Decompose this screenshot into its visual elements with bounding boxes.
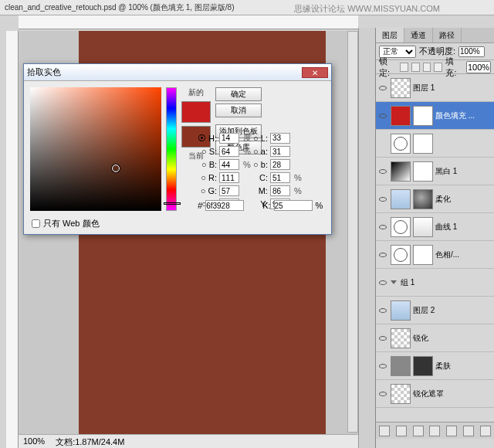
trash-icon[interactable] xyxy=(480,426,491,436)
layer-row[interactable]: 锐化 xyxy=(376,324,494,352)
eye-icon xyxy=(379,280,387,285)
r-input[interactable] xyxy=(219,172,239,183)
cancel-button[interactable]: 取消 xyxy=(215,104,262,117)
a-input[interactable] xyxy=(270,146,290,157)
visibility-toggle[interactable] xyxy=(377,305,388,316)
layer-name[interactable]: 颜色填充 ... xyxy=(435,110,492,121)
l-input[interactable] xyxy=(270,133,290,144)
layer-row[interactable] xyxy=(376,130,494,158)
layer-name[interactable]: 锐化遮罩 xyxy=(413,389,492,399)
visibility-toggle[interactable] xyxy=(377,277,388,288)
eye-icon xyxy=(379,86,387,90)
layer-thumb[interactable] xyxy=(413,134,433,154)
layer-row[interactable]: 柔化 xyxy=(376,185,494,213)
scrollbar-vertical[interactable] xyxy=(347,31,358,433)
layer-row[interactable]: 图层 1 xyxy=(376,74,494,102)
collapsed-panels[interactable] xyxy=(358,28,375,448)
color-cursor[interactable] xyxy=(112,165,120,172)
layer-thumb[interactable] xyxy=(391,106,411,126)
dialog-titlebar[interactable]: 拾取实色 ✕ xyxy=(24,64,331,81)
layer-row[interactable]: 柔肤 xyxy=(376,352,494,380)
layer-thumb[interactable] xyxy=(391,328,411,348)
layer-thumb[interactable] xyxy=(413,161,433,182)
layer-row[interactable]: 曲线 1 xyxy=(376,213,494,241)
lock-transparency-icon[interactable] xyxy=(400,63,408,72)
c-input[interactable] xyxy=(270,172,290,183)
layer-thumb[interactable] xyxy=(391,134,411,154)
visibility-toggle[interactable] xyxy=(377,249,388,260)
b-label: ○ B: xyxy=(198,160,217,169)
layer-name[interactable]: 图层 2 xyxy=(413,305,492,316)
visibility-toggle[interactable] xyxy=(377,83,388,93)
layer-name[interactable]: 色相/... xyxy=(435,249,492,260)
k-input[interactable] xyxy=(274,200,313,211)
visibility-toggle[interactable] xyxy=(377,110,388,121)
layer-name[interactable]: 柔肤 xyxy=(435,361,492,372)
tab-layers[interactable]: 图层 xyxy=(376,28,404,42)
ok-button[interactable]: 确定 xyxy=(215,87,262,101)
tab-channels[interactable]: 通道 xyxy=(404,28,433,42)
visibility-toggle[interactable] xyxy=(377,138,388,149)
layers-list[interactable]: 图层 1颜色填充 ...黑白 1柔化曲线 1色相/...组 1图层 2锐化柔肤锐… xyxy=(376,74,494,422)
visibility-toggle[interactable] xyxy=(377,333,388,344)
fx-icon[interactable] xyxy=(396,426,407,436)
hex-input[interactable] xyxy=(205,200,244,211)
link-icon[interactable] xyxy=(379,426,390,436)
h-input[interactable] xyxy=(219,133,239,144)
visibility-toggle[interactable] xyxy=(377,166,388,177)
zoom-level[interactable]: 100% xyxy=(23,436,45,446)
layer-thumb[interactable] xyxy=(413,245,433,265)
visibility-toggle[interactable] xyxy=(377,222,388,232)
tab-paths[interactable]: 路径 xyxy=(433,28,462,42)
new-layer-icon[interactable] xyxy=(463,426,474,436)
layer-thumb[interactable] xyxy=(391,189,411,209)
layer-row[interactable]: 组 1 xyxy=(376,269,494,297)
lock-row: 锁定: 填充: xyxy=(376,60,494,74)
b-input[interactable] xyxy=(219,159,239,170)
visibility-toggle[interactable] xyxy=(377,194,388,205)
s-input[interactable] xyxy=(219,146,239,157)
layer-row[interactable]: 锐化遮罩 xyxy=(376,380,494,408)
layer-row[interactable]: 图层 2 xyxy=(376,297,494,324)
web-colors-check[interactable] xyxy=(32,219,40,228)
layer-name[interactable]: 图层 1 xyxy=(413,83,492,93)
layer-row[interactable]: 色相/... xyxy=(376,241,494,269)
visibility-toggle[interactable] xyxy=(377,361,388,372)
g-input[interactable] xyxy=(219,185,239,196)
layer-name[interactable]: 锐化 xyxy=(413,333,492,344)
hue-slider[interactable] xyxy=(166,87,177,211)
lock-pixels-icon[interactable] xyxy=(411,63,420,72)
layer-row[interactable]: 颜色填充 ... xyxy=(376,102,494,130)
adjustment-icon[interactable] xyxy=(429,426,440,436)
layer-thumb[interactable] xyxy=(391,245,411,265)
visibility-toggle[interactable] xyxy=(377,389,388,399)
layer-thumb[interactable] xyxy=(391,300,411,321)
m-input[interactable] xyxy=(270,185,290,196)
web-colors-checkbox[interactable]: 只有 Web 颜色 xyxy=(32,218,100,229)
layer-thumb[interactable] xyxy=(391,356,411,376)
saturation-value-field[interactable] xyxy=(30,87,161,211)
hue-pointer[interactable] xyxy=(164,202,181,205)
lock-position-icon[interactable] xyxy=(423,63,431,72)
layer-thumb[interactable] xyxy=(391,161,411,182)
layer-thumb[interactable] xyxy=(391,78,411,98)
layer-thumb[interactable] xyxy=(391,384,411,404)
layer-thumb[interactable] xyxy=(413,106,433,126)
layer-name[interactable]: 黑白 1 xyxy=(435,166,492,177)
group-icon[interactable] xyxy=(446,426,457,436)
layer-thumb[interactable] xyxy=(413,217,433,237)
mask-icon[interactable] xyxy=(413,426,424,436)
layer-name[interactable]: 柔化 xyxy=(435,194,492,205)
close-icon[interactable]: ✕ xyxy=(302,67,328,78)
lock-all-icon[interactable] xyxy=(434,63,442,72)
layer-thumb[interactable] xyxy=(391,217,411,237)
fill-input[interactable] xyxy=(466,61,491,73)
layer-name[interactable]: 组 1 xyxy=(401,277,492,288)
layer-thumb[interactable] xyxy=(413,356,433,376)
layer-name[interactable]: 曲线 1 xyxy=(435,222,492,232)
layer-thumb[interactable] xyxy=(413,189,433,209)
layers-panel: 图层 通道 路径 正常 不透明度: 锁定: 填充: 图层 1颜色填充 ...黑白… xyxy=(375,28,494,448)
b2-input[interactable] xyxy=(270,159,290,170)
layer-row[interactable]: 黑白 1 xyxy=(376,158,494,185)
document-tab[interactable]: clean_and_creative_retouch.psd @ 100% (颜… xyxy=(5,2,235,13)
